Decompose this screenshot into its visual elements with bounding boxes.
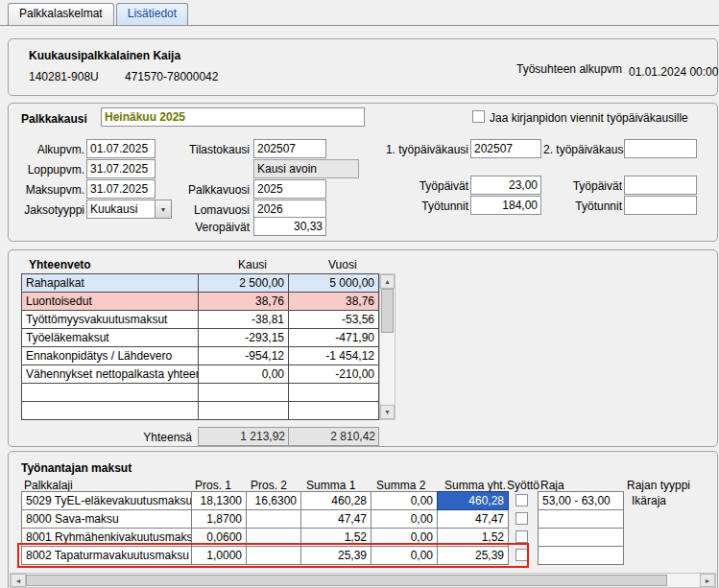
- pros1-cell[interactable]: 18,1300: [191, 491, 247, 510]
- employer-payments-table: 5029 TyEL-eläkevakuutusmaksu 18,1300 16,…: [21, 491, 666, 565]
- table-row: [21, 401, 379, 420]
- summa-yht-cell[interactable]: 47,47: [437, 509, 509, 529]
- tyotunnit2-input[interactable]: [624, 196, 697, 215]
- palkkalaji-cell[interactable]: 8001 Ryhmähenkivakuutusmaks: [21, 528, 192, 547]
- tyopaivat2-input[interactable]: [624, 176, 697, 195]
- employment-number: 471570-78000042: [125, 69, 218, 84]
- summary-scrollbar[interactable]: ▲ ▼: [379, 273, 395, 420]
- tyopaivat1-label: Työpäivät: [384, 178, 468, 194]
- alkupvm-input[interactable]: 01.07.2025: [86, 139, 156, 158]
- summa2-cell[interactable]: 0,00: [371, 528, 438, 547]
- summa2-cell[interactable]: 0,00: [371, 491, 438, 510]
- tyopaivakausi1-label: 1. työpäiväkausi: [384, 142, 468, 157]
- veropaivat-input[interactable]: 30,33: [253, 217, 326, 236]
- tyotunnit2-label: Työtunnit: [543, 199, 622, 214]
- palkkalaji-cell[interactable]: 5029 TyEL-eläkevakuutusmaksu: [21, 491, 192, 510]
- scroll-left-icon[interactable]: ◄: [11, 574, 26, 587]
- summary-row-label: [21, 401, 199, 420]
- scroll-right-icon[interactable]: ►: [700, 574, 715, 587]
- scrollbar-track[interactable]: [380, 333, 395, 405]
- summary-kausi-value: 0,00: [198, 365, 289, 384]
- raja-cell[interactable]: [538, 546, 624, 565]
- pros2-cell[interactable]: [246, 509, 301, 529]
- jaksotyyppi-value[interactable]: Kuukausi: [86, 200, 156, 219]
- raja-cell[interactable]: [538, 528, 624, 547]
- employer-payments-title: Työnantajan maksut: [21, 460, 132, 476]
- scrollbar-thumb[interactable]: [381, 289, 394, 333]
- syotto-checkbox[interactable]: [515, 494, 528, 506]
- chevron-down-icon[interactable]: ▼: [155, 200, 172, 219]
- pros2-cell[interactable]: 16,6300: [246, 491, 301, 510]
- tilastokausi-input[interactable]: 202507: [253, 139, 326, 158]
- kausi-status-field: Kausi avoin: [253, 159, 359, 178]
- palkkalaji-cell[interactable]: 8002 Tapaturmavakuutusmaksu: [21, 546, 192, 565]
- employee-name: Kuukausipalkkalainen Kaija: [29, 48, 180, 63]
- tab-lisatiedot[interactable]: Lisätiedot: [116, 3, 188, 25]
- tyopaivat2-label: Työpäivät: [543, 178, 622, 194]
- jaksotyyppi-combo[interactable]: Kuukausi ▼: [86, 200, 172, 219]
- summary-col-vuosi: Vuosi: [328, 257, 357, 272]
- table-row: Työttömyysvakuutusmaksut -38,81 -53,56: [21, 310, 379, 329]
- lomavuosi-input[interactable]: 2026: [253, 200, 326, 219]
- split-entries-label: Jaa kirjanpidon viennit työpäiväkausille: [490, 110, 688, 126]
- tab-bar: Palkkalaskelmat Lisätiedot: [8, 3, 188, 25]
- tyotunnit1-label: Työtunnit: [384, 199, 468, 214]
- summary-kausi-value: 2 500,00: [198, 273, 289, 293]
- summa1-cell[interactable]: 1,52: [300, 528, 371, 547]
- summa1-cell[interactable]: 25,39: [300, 546, 371, 565]
- palkkalaji-cell[interactable]: 8000 Sava-maksu: [21, 509, 192, 529]
- lomavuosi-label: Lomavuosi: [173, 202, 250, 218]
- summa1-cell[interactable]: 460,28: [300, 491, 371, 510]
- syotto-checkbox[interactable]: [515, 530, 528, 543]
- summary-row-label: Ennakonpidätys / Lähdevero: [21, 346, 199, 365]
- pros2-cell[interactable]: [246, 528, 301, 547]
- syotto-checkbox[interactable]: [515, 512, 528, 525]
- pros1-cell[interactable]: 0,0600: [191, 528, 247, 547]
- scroll-up-icon[interactable]: ▲: [380, 274, 395, 289]
- scroll-down-icon[interactable]: ▼: [380, 405, 395, 419]
- summary-row-label: Työeläkemaksut: [21, 328, 199, 347]
- syotto-checkbox[interactable]: [515, 549, 528, 561]
- summa-yht-cell[interactable]: 25,39: [437, 546, 509, 565]
- tyopaivakausi1-input[interactable]: 202507: [470, 139, 541, 158]
- summary-vuosi-value: [288, 401, 379, 420]
- summa1-cell[interactable]: 47,47: [300, 509, 371, 529]
- summary-row-label: Vähennykset nettopalkasta yhteens: [21, 365, 199, 384]
- summary-row-label: Työttömyysvakuutusmaksut: [21, 310, 199, 329]
- tyopaivat1-input[interactable]: 23,00: [470, 176, 541, 195]
- summary-vuosi-value: -210,00: [288, 365, 379, 384]
- summa-yht-cell[interactable]: 1,52: [437, 528, 509, 547]
- employer-table-hscrollbar[interactable]: ◄ ►: [10, 573, 716, 588]
- tyopaivakausi2-label: 2. työpäiväkausi: [543, 142, 622, 157]
- jaksotyyppi-label: Jaksotyyppi: [19, 202, 84, 218]
- pros2-cell[interactable]: [246, 546, 301, 565]
- employment-start-value: 01.01.2024 00:00: [629, 64, 718, 80]
- summary-kausi-value: -293,15: [198, 328, 289, 347]
- table-row: 5029 TyEL-eläkevakuutusmaksu 18,1300 16,…: [21, 491, 666, 510]
- tab-palkkalaskelmat[interactable]: Palkkalaskelmat: [8, 3, 114, 25]
- period-name-input[interactable]: Heinäkuu 2025: [101, 107, 365, 127]
- loppupvm-input[interactable]: 31.07.2025: [86, 159, 156, 178]
- summary-total-label: Yhteensä: [96, 430, 192, 445]
- table-row: 8002 Tapaturmavakuutusmaksu 1,0000 25,39…: [21, 546, 666, 565]
- summary-vuosi-value: -53,56: [288, 310, 379, 329]
- summa2-cell[interactable]: 0,00: [371, 546, 438, 565]
- alkupvm-label: Alkupvm.: [19, 142, 84, 157]
- summary-total-kausi: 1 213,92: [198, 427, 289, 446]
- summa2-cell[interactable]: 0,00: [371, 509, 438, 529]
- loppupvm-label: Loppupvm.: [19, 162, 84, 177]
- raja-cell[interactable]: [538, 509, 624, 529]
- scrollbar-thumb[interactable]: [26, 575, 667, 586]
- table-row: Luontoisedut 38,76 38,76: [21, 292, 379, 311]
- pros1-cell[interactable]: 1,8700: [191, 509, 247, 529]
- tyopaivakausi2-input[interactable]: [624, 139, 697, 158]
- palkkavuosi-input[interactable]: 2025: [253, 179, 326, 199]
- scrollbar-track[interactable]: [667, 574, 700, 587]
- tyotunnit1-input[interactable]: 184,00: [470, 196, 541, 215]
- raja-cell[interactable]: 53,00 - 63,00: [538, 491, 624, 510]
- pros1-cell[interactable]: 1,0000: [191, 546, 247, 565]
- summary-kausi-value: -38,81: [198, 310, 289, 329]
- maksupvm-input[interactable]: 31.07.2025: [86, 179, 156, 199]
- split-entries-checkbox[interactable]: [472, 110, 485, 123]
- summa-yht-cell-selected[interactable]: 460,28: [437, 491, 509, 510]
